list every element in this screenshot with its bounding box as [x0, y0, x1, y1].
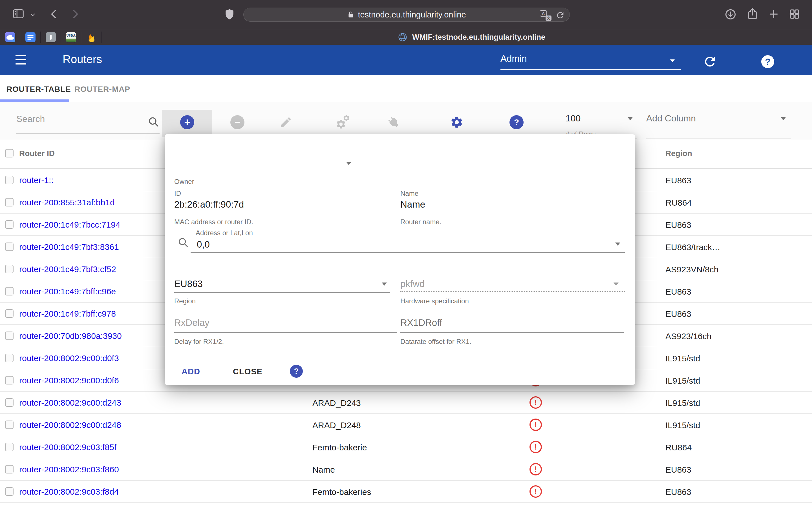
router-id-link[interactable]: router-200:8002:9c00:d0f6	[19, 376, 119, 385]
favorite-usda[interactable]: USDA	[61, 29, 81, 45]
dropdown-arrow-icon	[670, 59, 675, 62]
menu-icon[interactable]	[15, 55, 26, 64]
router-id-link[interactable]: router-200:8002:9c03:f8d4	[19, 487, 119, 497]
chevron-down-icon[interactable]	[29, 11, 36, 18]
router-id-link[interactable]: router-200:8002:9c00:d248	[19, 420, 121, 430]
active-tab[interactable]: WMIF:testnode.eu.thingularity.online	[398, 29, 545, 45]
hardware-select[interactable]: pkfwd	[400, 279, 424, 289]
row-checkbox[interactable]	[5, 265, 13, 273]
translate-icon[interactable]: A 文	[540, 10, 552, 21]
page-title: Routers	[63, 53, 102, 66]
refresh-button[interactable]	[703, 54, 717, 69]
header-help-button[interactable]: ?	[761, 55, 774, 68]
share-icon[interactable]	[746, 7, 760, 21]
row-checkbox[interactable]	[5, 242, 13, 251]
id-label: ID	[174, 189, 181, 198]
row-checkbox[interactable]	[5, 198, 13, 207]
toolbar-help-button[interactable]: ?	[509, 114, 524, 130]
error-icon[interactable]: !	[529, 418, 542, 431]
close-button[interactable]: CLOSE	[227, 363, 268, 380]
row-checkbox[interactable]	[5, 465, 13, 473]
row-checkbox[interactable]	[5, 354, 13, 362]
row-checkbox[interactable]	[5, 332, 13, 340]
row-checkbox[interactable]	[5, 376, 13, 385]
row-checkbox[interactable]	[5, 220, 13, 229]
row-checkbox[interactable]	[5, 287, 13, 295]
address-search-icon	[177, 237, 189, 248]
address-label: Address or Lat,Lon	[196, 229, 253, 237]
name-input[interactable]: Name	[400, 199, 425, 210]
favorite-info[interactable]	[41, 29, 61, 45]
error-icon[interactable]: !	[529, 441, 542, 453]
router-id-link[interactable]: router-1::	[19, 175, 54, 185]
back-icon[interactable]	[48, 8, 60, 20]
row-checkbox[interactable]	[5, 309, 13, 318]
id-input[interactable]: 2b:26:a0:ff:90:7d	[174, 199, 244, 210]
rx1droff-input[interactable]: RX1DRoff	[400, 318, 442, 328]
row-checkbox[interactable]	[5, 487, 13, 496]
search-icon	[148, 116, 160, 128]
add-icon: +	[180, 115, 194, 129]
router-id-link[interactable]: router-200:8002:9c03:f85f	[19, 443, 116, 452]
router-name-cell: Femto-bakeries	[312, 487, 371, 497]
tab-router-table[interactable]: ROUTER-TABLE	[6, 85, 71, 94]
favorite-icloud[interactable]	[0, 29, 20, 45]
favorite-docs[interactable]	[20, 29, 40, 45]
owner-select[interactable]	[174, 174, 355, 174]
router-id-link[interactable]: router-200:8002:9c03:f860	[19, 465, 119, 474]
router-id-link[interactable]: router-200:8002:9c00:d0f3	[19, 353, 119, 363]
add-router-button[interactable]: +	[179, 114, 195, 130]
reload-icon[interactable]	[555, 10, 565, 20]
router-name-cell: ARAD_D243	[312, 398, 361, 408]
error-icon[interactable]: !	[529, 463, 542, 475]
hardware-dropdown-arrow-icon[interactable]	[613, 283, 619, 286]
configure-button[interactable]	[336, 114, 351, 130]
router-id-link[interactable]: router-200:70db:980a:3930	[19, 331, 122, 341]
region-dropdown-arrow-icon[interactable]	[382, 283, 387, 286]
router-id-link[interactable]: router-200:855:31af:bb1d	[19, 198, 115, 207]
router-id-link[interactable]: router-200:1c49:7bf3:cf52	[19, 265, 116, 274]
region-select[interactable]: EU863	[174, 279, 203, 289]
plug-icon	[387, 115, 401, 129]
docs-icon	[26, 32, 36, 42]
account-select[interactable]: Admin	[500, 53, 681, 70]
error-icon[interactable]: !	[529, 396, 542, 409]
router-id-link[interactable]: router-200:1c49:7bf3:8361	[19, 242, 119, 252]
new-tab-icon[interactable]	[767, 8, 780, 20]
router-id-link[interactable]: router-200:1c49:7bff:c978	[19, 309, 116, 319]
remove-router-button[interactable]: −	[230, 114, 245, 130]
hardware-helper: Hardware specification	[400, 297, 469, 305]
row-checkbox[interactable]	[5, 443, 13, 451]
address-bar[interactable]: testnode.eu.thingularity.online A 文	[243, 8, 570, 22]
add-column-select[interactable]: Add Column	[646, 113, 791, 124]
router-id-link[interactable]: router-200:1c49:7bff:c96e	[19, 287, 116, 296]
connect-button[interactable]	[386, 114, 402, 130]
router-id-link[interactable]: router-200:1c49:7bcc:7194	[19, 220, 120, 230]
forward-icon[interactable]	[69, 8, 81, 20]
sidebar-toggle-icon[interactable]	[12, 7, 25, 20]
tab-router-map[interactable]: ROUTER-MAP	[74, 85, 130, 94]
lock-icon	[347, 11, 354, 18]
settings-button[interactable]	[449, 114, 465, 130]
owner-dropdown-arrow-icon[interactable]	[346, 162, 351, 165]
add-button[interactable]: ADD	[176, 363, 206, 380]
router-region-cell: EU863	[665, 287, 691, 297]
pencil-icon	[280, 116, 292, 129]
downloads-icon[interactable]	[724, 8, 737, 21]
row-checkbox[interactable]	[5, 398, 13, 407]
edit-router-button[interactable]	[278, 114, 294, 130]
dialog-help-button[interactable]: ?	[290, 365, 303, 378]
favorite-firebase[interactable]	[81, 29, 101, 45]
search-input[interactable]	[16, 114, 140, 124]
select-all-checkbox[interactable]	[5, 149, 13, 158]
rxdelay-input[interactable]: RxDelay	[174, 318, 209, 328]
tab-overview-icon[interactable]	[788, 8, 801, 20]
router-id-link[interactable]: router-200:8002:9c00:d243	[19, 398, 121, 407]
address-dropdown-arrow-icon[interactable]	[615, 242, 620, 245]
rows-per-page-select[interactable]: 100	[566, 113, 637, 124]
address-input[interactable]: 0,0	[197, 239, 210, 250]
row-checkbox[interactable]	[5, 420, 13, 429]
row-checkbox[interactable]	[5, 176, 13, 184]
error-icon[interactable]: !	[529, 485, 542, 498]
shield-icon[interactable]	[223, 8, 236, 21]
